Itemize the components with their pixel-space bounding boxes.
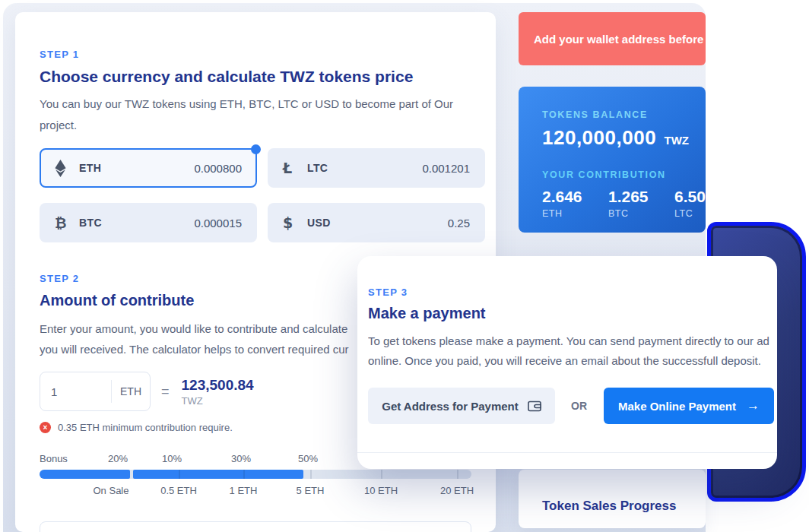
payment-card-divider	[357, 452, 777, 453]
contribution-label: ETH	[542, 208, 608, 219]
step3-description-line2: online. Once you paid, you will receive …	[368, 351, 777, 371]
currency-code: ETH	[79, 162, 101, 174]
bonus-progress-fill	[133, 470, 303, 479]
bonus-progress-fill	[40, 470, 130, 479]
currency-rate: 0.000015	[194, 217, 242, 230]
step3-description-line1: To get tokens please make a payment. You…	[368, 331, 777, 351]
tokens-balance-unit: TWZ	[665, 134, 689, 147]
currency-rate: 0.25	[448, 217, 470, 230]
tokens-balance-value: 120,000,000	[542, 126, 656, 149]
contribution-value: 2.646	[542, 188, 608, 206]
bonus-summary: + 20% SALE BONUS + 30% AMOUNT BONUS TOTA…	[40, 521, 471, 532]
or-label: OR	[571, 400, 587, 412]
bonus-percent: 10%	[162, 453, 182, 464]
currency-option-usd[interactable]: $ USD 0.25	[268, 203, 485, 242]
amount-input[interactable]: 1 ETH	[40, 372, 151, 411]
contribution-caption: YOUR CONTRIBUTION	[542, 169, 706, 180]
dollar-icon: $	[283, 214, 303, 231]
make-online-payment-button[interactable]: Make Online Payment →	[604, 388, 774, 424]
currency-option-ltc[interactable]: Ł LTC 0.001201	[268, 148, 485, 188]
currency-rate: 0.000800	[194, 162, 242, 175]
online-payment-label: Make Online Payment	[618, 400, 736, 413]
tick-label: 10 ETH	[364, 485, 398, 496]
ico-purchase-screen: STEP 1 Choose currency and calculate TWZ…	[0, 0, 809, 532]
contribution-label: LTC	[674, 208, 706, 219]
contribution-value: 1.265	[608, 188, 674, 206]
step1-label: STEP 1	[40, 49, 471, 60]
step1-title: Choose currency and calculate TWZ tokens…	[40, 68, 471, 86]
make-payment-card: STEP 3 Make a payment To get tokens plea…	[357, 256, 777, 469]
contribution-values: 2.646 ETH 1.265 BTC 6.500 LTC	[542, 188, 706, 219]
currency-options: ETH 0.000800 Ł LTC 0.001201 ₿ BTC 0.0000…	[40, 148, 485, 242]
error-message: 0.35 ETH minimum contribution require.	[58, 422, 233, 433]
currency-code: USD	[307, 217, 331, 229]
get-address-button[interactable]: Get Address for Payment	[368, 388, 555, 424]
tick-mark	[179, 470, 180, 479]
contribution-eth: 2.646 ETH	[542, 188, 608, 219]
arrow-right-icon: →	[747, 398, 760, 413]
currency-rate: 0.001201	[422, 162, 470, 175]
equals-sign: =	[161, 384, 170, 400]
result-value: 123,500.84	[182, 377, 254, 394]
bonus-percent: 50%	[298, 453, 318, 464]
litecoin-icon: Ł	[283, 160, 303, 176]
ethereum-icon	[55, 160, 75, 177]
tick-label: 0.5 ETH	[160, 485, 197, 496]
error-icon: ×	[40, 422, 51, 433]
tokens-balance-caption: TOKENS BALANCE	[542, 109, 706, 120]
currency-option-eth[interactable]: ETH 0.000800	[40, 148, 257, 188]
step3-title: Make a payment	[368, 305, 777, 322]
step3-label: STEP 3	[368, 287, 777, 298]
contribution-label: BTC	[608, 208, 674, 219]
result-currency: TWZ	[182, 395, 254, 407]
tick-mark	[310, 470, 312, 479]
currency-option-btc[interactable]: ₿ BTC 0.000015	[40, 203, 257, 242]
tick-label: 5 ETH	[297, 485, 325, 496]
bonus-percent: 30%	[231, 453, 251, 464]
get-address-label: Get Address for Payment	[382, 400, 519, 413]
contribution-ltc: 6.500 LTC	[674, 188, 706, 219]
contribution-value: 6.500	[674, 188, 706, 206]
tokens-balance-card: TOKENS BALANCE 120,000,000 TWZ YOUR CONT…	[519, 87, 706, 233]
tick-label: On Sale	[94, 485, 129, 496]
amount-value[interactable]: 1	[40, 385, 111, 398]
tick-mark	[381, 470, 382, 479]
bonus-label: Bonus	[40, 453, 68, 464]
wallet-warning-banner[interactable]: Add your wallet address before bu	[519, 12, 706, 65]
tick-label: 20 ETH	[440, 485, 474, 496]
token-sales-progress-panel: Token Sales Progress	[519, 469, 706, 528]
amount-currency-suffix: ETH	[112, 385, 150, 397]
bitcoin-icon: ₿	[55, 214, 75, 232]
contribution-btc: 1.265 BTC	[608, 188, 674, 219]
step1-description: You can buy our TWZ tokens using ETH, BT…	[40, 93, 462, 136]
conversion-result: 123,500.84 TWZ	[182, 377, 254, 407]
currency-code: BTC	[79, 217, 102, 229]
wallet-warning-text: Add your wallet address before bu	[519, 33, 706, 46]
bonus-progress-track	[40, 470, 471, 479]
tick-label: 1 ETH	[230, 485, 258, 496]
tick-mark	[457, 470, 458, 479]
tick-mark	[243, 470, 245, 479]
bonus-percent: 20%	[108, 453, 128, 464]
currency-code: LTC	[307, 162, 328, 174]
token-sales-progress-title: Token Sales Progress	[542, 499, 706, 514]
bonus-tick-labels: On Sale 0.5 ETH 1 ETH 5 ETH 10 ETH 20 ET…	[40, 485, 471, 500]
wallet-icon	[528, 401, 541, 412]
